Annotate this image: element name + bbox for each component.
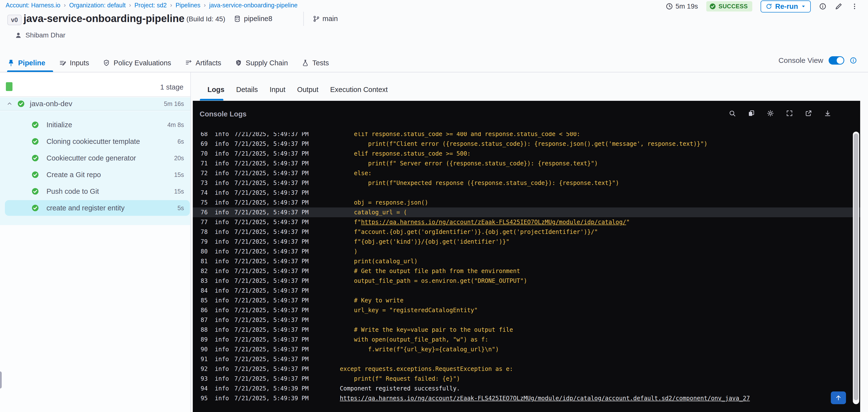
tab-tests[interactable]: Tests (302, 59, 329, 67)
log-level: info (215, 188, 230, 198)
log-line-number: 86 (200, 305, 211, 315)
scroll-to-top-button[interactable] (831, 391, 846, 404)
harness-pipeline-execution-page: Account: Harness.io›Organization: defaul… (0, 0, 868, 412)
log-level: info (215, 159, 230, 168)
log-timestamp: 7/21/2025, 5:49:37 PM (235, 198, 313, 208)
log-row: 94info7/21/2025, 5:49:39 PMComponent reg… (193, 384, 860, 393)
log-text: print(f"Client error ({response.status_c… (340, 140, 708, 147)
settings-icon[interactable] (767, 109, 774, 117)
edit-pencil-icon[interactable] (835, 2, 842, 10)
log-message: # Get the output file path from the envi… (340, 266, 520, 276)
step-row-push-code-to-git[interactable]: Push code to Git15s (0, 183, 190, 200)
stage-map-node[interactable] (6, 82, 12, 91)
step-row-cookiecutter-code-generator[interactable]: Cookiecutter code generator20s (0, 150, 190, 166)
log-link[interactable]: https://qa.harness.io/ng/account/zEaak-F… (340, 395, 750, 402)
step-row-create-and-register-entity[interactable]: create and register entity5s (0, 200, 190, 216)
step-label: Cloning cookiecutter template (46, 137, 140, 146)
inputs-icon (59, 59, 66, 67)
info-icon[interactable] (819, 3, 827, 10)
log-row: 72info7/21/2025, 5:49:37 PM else: (193, 168, 860, 178)
log-line-number: 83 (200, 276, 211, 286)
tab-inputs[interactable]: Inputs (59, 59, 89, 67)
log-level: info (215, 217, 230, 227)
chevron-up-icon[interactable] (6, 100, 13, 107)
detail-tab-bar: LogsDetailsInputOutputExecution Context (208, 82, 388, 97)
log-message: url_key = "registeredCatalogEntity" (340, 305, 478, 315)
log-row: 92info7/21/2025, 5:49:37 PMexcept reques… (193, 364, 860, 374)
main-tab-label: Inputs (70, 59, 89, 67)
tab-supply-chain[interactable]: Supply Chain (235, 59, 288, 67)
log-message: # Write the key=value pair to the output… (340, 325, 513, 335)
step-label: Push code to Git (46, 187, 99, 195)
tab-pipeline[interactable]: Pipeline (7, 59, 45, 67)
tab-artifacts[interactable]: Artifacts (185, 59, 221, 67)
log-message: f"{obj.get('kind')}/{obj.get('identifier… (340, 237, 509, 247)
page-title: java-service-onboarding-pipeline (24, 13, 184, 25)
log-row: 87info7/21/2025, 5:49:37 PM (193, 315, 860, 325)
detail-tab-execution-context[interactable]: Execution Context (330, 86, 388, 94)
breadcrumb-item[interactable]: Pipelines (176, 2, 200, 9)
step-row-cloning-cookiecutter-template[interactable]: Cloning cookiecutter template6s (0, 133, 190, 150)
open-in-new-icon[interactable] (805, 109, 812, 117)
log-scrollbar-track[interactable] (853, 132, 859, 404)
rerun-button[interactable]: Re-run (761, 0, 811, 12)
left-drawer-handle[interactable] (0, 371, 2, 388)
log-message: print(f"Client error ({response.status_c… (340, 139, 708, 149)
log-message: output_file_path = os.environ.get("DRONE… (340, 276, 527, 286)
step-duration: 15s (174, 171, 184, 178)
log-level: info (215, 315, 230, 325)
breadcrumb-item[interactable]: Account: Harness.io (6, 2, 60, 9)
log-line-number: 77 (200, 217, 211, 227)
log-level: info (215, 227, 230, 237)
artifacts-icon (185, 59, 192, 67)
fullscreen-icon[interactable] (786, 109, 793, 117)
log-text: else: (340, 170, 372, 177)
log-line-number: 76 (200, 208, 211, 217)
pin-icon (7, 59, 15, 67)
breadcrumb-separator: › (204, 2, 206, 8)
detail-tab-input[interactable]: Input (270, 86, 285, 94)
log-level: info (215, 374, 230, 384)
console-view-toggle[interactable] (829, 56, 844, 65)
log-row: 71info7/21/2025, 5:49:37 PM print(f" Ser… (193, 159, 860, 168)
log-row: 76info7/21/2025, 5:49:37 PM catalog_url … (193, 208, 860, 217)
check-circle (31, 187, 39, 195)
log-timestamp: 7/21/2025, 5:49:37 PM (235, 335, 313, 345)
log-row: 84info7/21/2025, 5:49:37 PM (193, 286, 860, 295)
download-icon[interactable] (824, 109, 831, 117)
log-message: with open(output_file_path, "w") as f: (340, 335, 488, 345)
console-view-control: Console View (778, 56, 857, 65)
stage-row-java-onb-dev[interactable]: java-onb-dev 5m 16s (0, 97, 190, 110)
breadcrumb-item[interactable]: java-service-onboarding-pipeline (209, 2, 298, 9)
log-timestamp: 7/21/2025, 5:49:37 PM (235, 256, 313, 266)
log-link[interactable]: https://qa.harness.io/ng/account/zEaak-F… (361, 219, 626, 226)
detail-tab-logs[interactable]: Logs (208, 86, 224, 94)
log-line-number: 71 (200, 159, 211, 168)
log-timestamp: 7/21/2025, 5:49:37 PM (235, 266, 313, 276)
tab-policy-evaluations[interactable]: Policy Evaluations (103, 59, 171, 67)
breadcrumb-item[interactable]: Project: sd2 (134, 2, 166, 9)
console-logs-toolbar (728, 109, 831, 117)
copy-icon[interactable] (748, 109, 755, 117)
log-scrollbar-thumb[interactable] (854, 134, 858, 400)
log-level: info (215, 139, 230, 149)
detail-tab-output[interactable]: Output (297, 86, 318, 94)
step-row-create-a-git-repo[interactable]: Create a Git repo15s (0, 166, 190, 183)
step-row-initialize[interactable]: Initialize4m 8s (0, 117, 190, 133)
detail-tab-details[interactable]: Details (236, 86, 258, 94)
log-timestamp: 7/21/2025, 5:49:37 PM (235, 374, 313, 384)
more-options-kebab-icon[interactable] (851, 3, 858, 10)
log-text: ) (340, 248, 358, 255)
log-level: info (215, 384, 230, 393)
user-avatar-icon (15, 32, 22, 39)
log-message: https://qa.harness.io/ng/account/zEaak-F… (340, 393, 750, 403)
log-level: info (215, 276, 230, 286)
breadcrumb-item[interactable]: Organization: default (69, 2, 126, 9)
log-text: print(f" Server error ({response.status_… (340, 160, 598, 167)
log-text: " (626, 219, 629, 226)
log-line-number: 80 (200, 247, 211, 256)
log-text: f"{obj.get('kind')}/{obj.get('identifier… (340, 238, 509, 245)
log-message: Component registered successfully. (340, 384, 460, 393)
search-icon[interactable] (728, 109, 736, 117)
console-view-info-icon[interactable] (850, 57, 857, 64)
